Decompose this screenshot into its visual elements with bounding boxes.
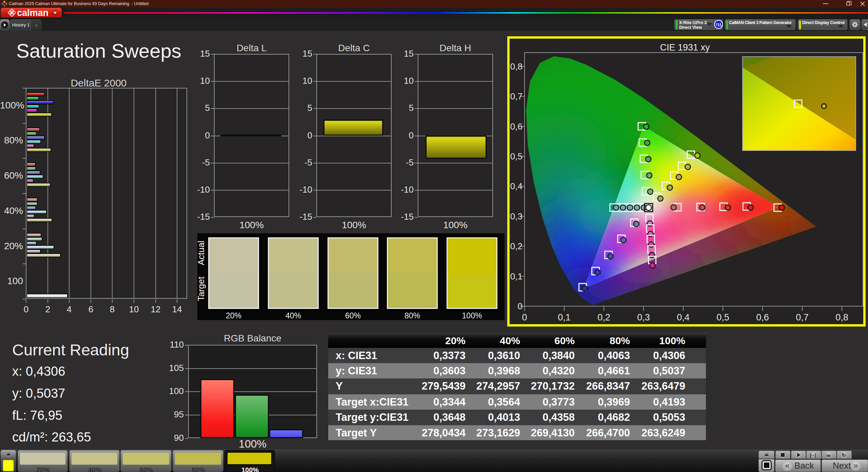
svg-text:0,5: 0,5	[510, 151, 522, 161]
svg-text:0,7: 0,7	[510, 91, 522, 101]
svg-text:0,1: 0,1	[510, 271, 522, 281]
svg-text:0,2: 0,2	[510, 241, 522, 251]
svg-text:0,4: 0,4	[677, 312, 690, 322]
svg-text:0,2: 0,2	[597, 312, 610, 322]
svg-text:0,6: 0,6	[756, 312, 769, 322]
svg-text:0,7: 0,7	[796, 312, 809, 322]
svg-text:0,5: 0,5	[716, 312, 729, 322]
svg-text:0,6: 0,6	[510, 121, 522, 132]
svg-text:0,3: 0,3	[637, 312, 650, 322]
svg-text:CIE 1931 xy: CIE 1931 xy	[660, 42, 710, 53]
svg-text:0,8: 0,8	[510, 61, 522, 72]
svg-text:0,4: 0,4	[510, 181, 522, 191]
svg-text:0: 0	[522, 312, 527, 322]
svg-text:0,1: 0,1	[558, 312, 571, 322]
svg-text:0,8: 0,8	[835, 312, 848, 322]
svg-text:0,3: 0,3	[510, 211, 522, 221]
svg-text:0: 0	[518, 301, 522, 311]
